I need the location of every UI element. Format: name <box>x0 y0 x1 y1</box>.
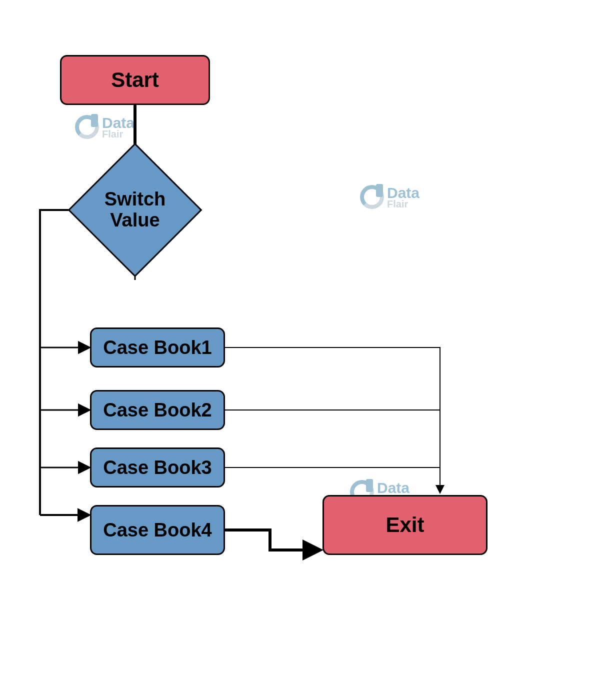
case-label: Case Book3 <box>103 457 212 478</box>
decision-label: Switch Value <box>88 162 182 258</box>
case-node-4: Case Book4 <box>90 505 225 555</box>
exit-label: Exit <box>386 513 424 537</box>
start-label: Start <box>111 68 159 92</box>
start-node: Start <box>60 55 210 105</box>
case-label: Case Book4 <box>103 520 212 541</box>
case-node-1: Case Book1 <box>90 328 225 368</box>
case-label: Case Book2 <box>103 400 212 421</box>
case-label: Case Book1 <box>103 337 212 358</box>
case-node-2: Case Book2 <box>90 390 225 430</box>
exit-node: Exit <box>322 495 488 555</box>
decision-node: Switch Value <box>88 162 182 258</box>
case-node-3: Case Book3 <box>90 448 225 488</box>
